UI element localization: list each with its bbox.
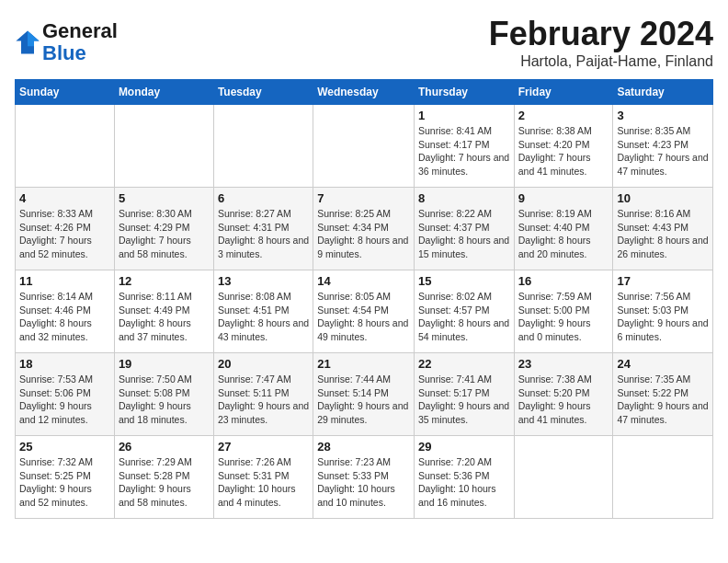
main-title: February 2024 bbox=[489, 15, 713, 53]
svg-marker-1 bbox=[28, 31, 40, 47]
calendar-cell: 3Sunrise: 8:35 AMSunset: 4:23 PMDaylight… bbox=[613, 105, 713, 188]
day-info: Sunrise: 8:02 AMSunset: 4:57 PMDaylight:… bbox=[418, 290, 510, 344]
weekday-header: Friday bbox=[514, 80, 613, 105]
day-number: 7 bbox=[317, 191, 410, 205]
calendar-cell: 1Sunrise: 8:41 AMSunset: 4:17 PMDaylight… bbox=[414, 105, 514, 188]
calendar-cell bbox=[16, 105, 115, 188]
title-block: February 2024 Hartola, Paijat-Hame, Finl… bbox=[489, 15, 713, 70]
day-info: Sunrise: 8:25 AMSunset: 4:34 PMDaylight:… bbox=[317, 207, 410, 261]
calendar-cell: 14Sunrise: 8:05 AMSunset: 4:54 PMDayligh… bbox=[313, 270, 415, 353]
day-info: Sunrise: 8:08 AMSunset: 4:51 PMDaylight:… bbox=[218, 290, 309, 344]
day-number: 21 bbox=[317, 357, 410, 371]
logo-icon bbox=[15, 29, 40, 55]
day-info: Sunrise: 8:14 AMSunset: 4:46 PMDaylight:… bbox=[19, 290, 110, 344]
day-number: 6 bbox=[218, 191, 309, 205]
day-number: 28 bbox=[317, 440, 410, 454]
day-info: Sunrise: 7:50 AMSunset: 5:08 PMDaylight:… bbox=[119, 373, 210, 427]
day-info: Sunrise: 8:41 AMSunset: 4:17 PMDaylight:… bbox=[418, 124, 510, 178]
calendar-table: SundayMondayTuesdayWednesdayThursdayFrid… bbox=[15, 79, 713, 519]
calendar-cell: 12Sunrise: 8:11 AMSunset: 4:49 PMDayligh… bbox=[114, 270, 213, 353]
day-number: 9 bbox=[518, 191, 609, 205]
calendar-cell: 13Sunrise: 8:08 AMSunset: 4:51 PMDayligh… bbox=[213, 270, 313, 353]
calendar-cell: 2Sunrise: 8:38 AMSunset: 4:20 PMDaylight… bbox=[514, 105, 613, 188]
day-info: Sunrise: 8:38 AMSunset: 4:20 PMDaylight:… bbox=[518, 124, 609, 178]
day-number: 10 bbox=[617, 191, 709, 205]
day-number: 18 bbox=[19, 357, 110, 371]
day-info: Sunrise: 8:05 AMSunset: 4:54 PMDaylight:… bbox=[317, 290, 410, 344]
calendar-week-row: 25Sunrise: 7:32 AMSunset: 5:25 PMDayligh… bbox=[16, 436, 713, 519]
calendar-cell: 10Sunrise: 8:16 AMSunset: 4:43 PMDayligh… bbox=[613, 188, 713, 270]
day-number: 26 bbox=[119, 440, 210, 454]
day-number: 27 bbox=[218, 440, 309, 454]
calendar-cell: 29Sunrise: 7:20 AMSunset: 5:36 PMDayligh… bbox=[414, 436, 514, 519]
calendar-cell: 5Sunrise: 8:30 AMSunset: 4:29 PMDaylight… bbox=[114, 188, 213, 270]
calendar-cell: 9Sunrise: 8:19 AMSunset: 4:40 PMDaylight… bbox=[514, 188, 613, 270]
calendar-cell: 27Sunrise: 7:26 AMSunset: 5:31 PMDayligh… bbox=[213, 436, 313, 519]
day-number: 23 bbox=[518, 357, 609, 371]
day-number: 13 bbox=[218, 274, 309, 288]
day-info: Sunrise: 7:29 AMSunset: 5:28 PMDaylight:… bbox=[119, 455, 210, 510]
weekday-header: Saturday bbox=[613, 80, 713, 105]
calendar-week-row: 4Sunrise: 8:33 AMSunset: 4:26 PMDaylight… bbox=[16, 188, 713, 270]
day-number: 19 bbox=[119, 357, 210, 371]
logo: GeneralBlue bbox=[15, 20, 118, 64]
weekday-header: Wednesday bbox=[313, 80, 415, 105]
day-info: Sunrise: 7:23 AMSunset: 5:33 PMDaylight:… bbox=[317, 455, 410, 510]
calendar-cell: 17Sunrise: 7:56 AMSunset: 5:03 PMDayligh… bbox=[613, 270, 713, 353]
day-info: Sunrise: 7:44 AMSunset: 5:14 PMDaylight:… bbox=[317, 373, 410, 427]
day-number: 17 bbox=[617, 274, 709, 288]
day-info: Sunrise: 8:16 AMSunset: 4:43 PMDaylight:… bbox=[617, 207, 709, 261]
day-info: Sunrise: 8:22 AMSunset: 4:37 PMDaylight:… bbox=[418, 207, 510, 261]
calendar-cell: 25Sunrise: 7:32 AMSunset: 5:25 PMDayligh… bbox=[16, 436, 115, 519]
subtitle: Hartola, Paijat-Hame, Finland bbox=[489, 53, 713, 70]
calendar-cell: 4Sunrise: 8:33 AMSunset: 4:26 PMDaylight… bbox=[16, 188, 115, 270]
day-number: 3 bbox=[617, 109, 709, 122]
calendar-cell bbox=[313, 105, 415, 188]
day-info: Sunrise: 7:59 AMSunset: 5:00 PMDaylight:… bbox=[518, 290, 609, 344]
day-number: 29 bbox=[418, 440, 510, 454]
day-info: Sunrise: 8:19 AMSunset: 4:40 PMDaylight:… bbox=[518, 207, 609, 261]
weekday-header: Monday bbox=[114, 80, 213, 105]
calendar-cell: 7Sunrise: 8:25 AMSunset: 4:34 PMDaylight… bbox=[313, 188, 415, 270]
day-info: Sunrise: 8:27 AMSunset: 4:31 PMDaylight:… bbox=[218, 207, 309, 261]
calendar-cell: 16Sunrise: 7:59 AMSunset: 5:00 PMDayligh… bbox=[514, 270, 613, 353]
day-info: Sunrise: 8:11 AMSunset: 4:49 PMDaylight:… bbox=[119, 290, 210, 344]
day-info: Sunrise: 7:41 AMSunset: 5:17 PMDaylight:… bbox=[418, 373, 510, 427]
calendar-cell: 11Sunrise: 8:14 AMSunset: 4:46 PMDayligh… bbox=[16, 270, 115, 353]
day-number: 4 bbox=[19, 191, 110, 205]
calendar-cell bbox=[613, 436, 713, 519]
day-info: Sunrise: 7:20 AMSunset: 5:36 PMDaylight:… bbox=[418, 455, 510, 510]
day-info: Sunrise: 7:38 AMSunset: 5:20 PMDaylight:… bbox=[518, 373, 609, 427]
calendar-week-row: 1Sunrise: 8:41 AMSunset: 4:17 PMDaylight… bbox=[16, 105, 713, 188]
day-number: 25 bbox=[19, 440, 110, 454]
day-number: 20 bbox=[218, 357, 309, 371]
day-number: 22 bbox=[418, 357, 510, 371]
calendar-cell: 8Sunrise: 8:22 AMSunset: 4:37 PMDaylight… bbox=[414, 188, 514, 270]
day-info: Sunrise: 8:33 AMSunset: 4:26 PMDaylight:… bbox=[19, 207, 110, 261]
day-info: Sunrise: 7:26 AMSunset: 5:31 PMDaylight:… bbox=[218, 455, 309, 510]
day-number: 5 bbox=[119, 191, 210, 205]
calendar-cell: 23Sunrise: 7:38 AMSunset: 5:20 PMDayligh… bbox=[514, 353, 613, 436]
calendar-cell: 21Sunrise: 7:44 AMSunset: 5:14 PMDayligh… bbox=[313, 353, 415, 436]
day-number: 11 bbox=[19, 274, 110, 288]
page-header: GeneralBlue February 2024 Hartola, Paija… bbox=[15, 15, 713, 70]
day-info: Sunrise: 7:56 AMSunset: 5:03 PMDaylight:… bbox=[617, 290, 709, 344]
calendar-cell: 18Sunrise: 7:53 AMSunset: 5:06 PMDayligh… bbox=[16, 353, 115, 436]
calendar-cell: 28Sunrise: 7:23 AMSunset: 5:33 PMDayligh… bbox=[313, 436, 415, 519]
day-number: 15 bbox=[418, 274, 510, 288]
calendar-cell: 22Sunrise: 7:41 AMSunset: 5:17 PMDayligh… bbox=[414, 353, 514, 436]
day-info: Sunrise: 7:35 AMSunset: 5:22 PMDaylight:… bbox=[617, 373, 709, 427]
day-info: Sunrise: 7:53 AMSunset: 5:06 PMDaylight:… bbox=[19, 373, 110, 427]
weekday-header: Sunday bbox=[16, 80, 115, 105]
calendar-cell bbox=[213, 105, 313, 188]
day-number: 16 bbox=[518, 274, 609, 288]
calendar-cell bbox=[514, 436, 613, 519]
calendar-week-row: 18Sunrise: 7:53 AMSunset: 5:06 PMDayligh… bbox=[16, 353, 713, 436]
day-number: 24 bbox=[617, 357, 709, 371]
calendar-cell bbox=[114, 105, 213, 188]
weekday-header: Tuesday bbox=[213, 80, 313, 105]
weekday-header: Thursday bbox=[414, 80, 514, 105]
logo-text: GeneralBlue bbox=[42, 20, 118, 64]
weekday-header-row: SundayMondayTuesdayWednesdayThursdayFrid… bbox=[16, 80, 713, 105]
day-info: Sunrise: 8:35 AMSunset: 4:23 PMDaylight:… bbox=[617, 124, 709, 178]
